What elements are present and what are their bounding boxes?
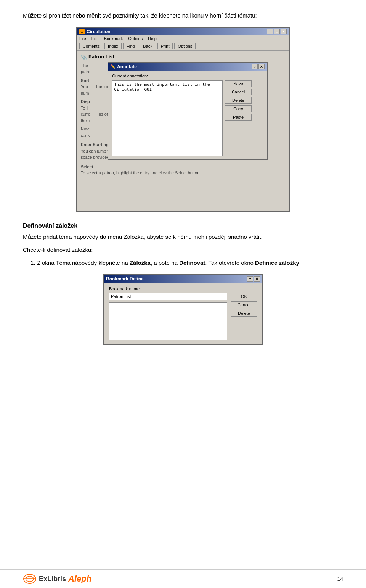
annotate-body: Current annotation: This is the most imp… [108, 71, 267, 159]
bm-ok-button[interactable]: OK [231, 293, 257, 300]
cancel-button[interactable]: Cancel [225, 89, 252, 95]
bookmark-section-paragraph: Můžete přidat téma nápovědy do menu Zálo… [23, 232, 343, 242]
annotate-help-button[interactable]: ? [252, 64, 258, 69]
clip-icon: 📎 [81, 55, 87, 60]
close-button[interactable]: ✕ [281, 29, 287, 34]
bm-controls: ? ✕ [247, 276, 260, 282]
menu-file[interactable]: File [79, 36, 86, 41]
annotation-content-area: This is the most important list in the C… [112, 80, 263, 156]
window-controls: _ □ ✕ [267, 29, 287, 34]
window-body: 📎 Patron List The xxxxxxxxxx t the patrc… [77, 51, 289, 211]
annotate-controls: ? ✕ [252, 64, 265, 69]
bm-name-input[interactable] [109, 293, 227, 300]
exlibris-text: ExLibris [39, 575, 66, 583]
annotate-titlebar: ✏️ Annotate ? ✕ [108, 63, 267, 71]
menu-bar: File Edit Bookmark Options Help [77, 35, 289, 42]
annotate-dialog: ✏️ Annotate ? ✕ Current annotation: This… [108, 62, 268, 160]
annotate-titlebar-left: ✏️ Annotate [111, 64, 137, 69]
titlebar-left: ⊙ Circulation [79, 29, 111, 34]
annotate-title: Annotate [117, 64, 137, 69]
paste-button[interactable]: Paste [225, 114, 252, 121]
bm-content-area: OK Cancel Delete [109, 293, 257, 340]
toolbar: Contents Index Find Back Print Options [77, 42, 289, 51]
aleph-text: Aleph [68, 574, 92, 584]
bm-name-label: Bookmark name: [109, 287, 257, 291]
annotation-label: Current annotation: [112, 74, 263, 78]
circulation-titlebar: ⊙ Circulation _ □ ✕ [77, 28, 289, 35]
btn-print[interactable]: Print [157, 43, 173, 49]
bm-list[interactable] [109, 302, 227, 340]
page-number: 14 [337, 576, 343, 582]
circulation-screenshot: ⊙ Circulation _ □ ✕ File Edit Bookmark O… [23, 27, 343, 212]
maximize-button[interactable]: □ [274, 29, 280, 34]
bm-close-button[interactable]: ✕ [254, 276, 260, 282]
btn-back[interactable]: Back [140, 43, 156, 49]
page-footer: ExLibris Aleph 14 [0, 569, 366, 588]
patron-list-title: Patron List [88, 54, 114, 60]
annotation-textarea[interactable]: This is the most important list in the C… [112, 80, 223, 156]
btn-find[interactable]: Find [123, 43, 138, 49]
bm-delete-button[interactable]: Delete [231, 310, 257, 317]
btn-contents[interactable]: Contents [79, 43, 103, 49]
window-icon: ⊙ [79, 29, 85, 34]
menu-help[interactable]: Help [148, 36, 157, 41]
bm-cancel-button[interactable]: Cancel [231, 301, 257, 308]
annotate-close-button[interactable]: ✕ [258, 64, 265, 69]
annotate-icon: ✏️ [111, 64, 115, 69]
bookmark-define-screenshot: Bookmark Define ? ✕ Bookmark name: OK [23, 274, 343, 345]
minimize-button[interactable]: _ [267, 29, 273, 34]
btn-index[interactable]: Index [104, 43, 122, 49]
bm-body: Bookmark name: OK Cancel Delete [104, 283, 262, 344]
bm-help-button[interactable]: ? [247, 276, 253, 282]
bm-action-buttons: OK Cancel Delete [231, 293, 257, 317]
bm-left-panel [109, 293, 227, 340]
bm-title: Bookmark Define [106, 276, 144, 282]
exlibris-logo-icon [23, 574, 37, 584]
copy-button[interactable]: Copy [225, 105, 252, 112]
select-section: Select To select a patron, highlight the… [81, 164, 285, 176]
step-1: 1. Z okna Téma nápovědy klepněte na Zálo… [23, 258, 343, 267]
menu-options[interactable]: Options [128, 36, 143, 41]
bookmark-section-heading: Definování záložek [23, 222, 343, 229]
menu-edit[interactable]: Edit [92, 36, 99, 41]
delete-button[interactable]: Delete [225, 97, 252, 104]
menu-bookmark[interactable]: Bookmark [104, 36, 123, 41]
btn-options[interactable]: Options [174, 43, 196, 49]
intro-paragraph: Můžete si prohlížet nebo měnit své pozná… [23, 11, 343, 20]
footer-logo: ExLibris Aleph [23, 574, 92, 584]
window-title: Circulation [87, 29, 111, 34]
bm-titlebar-left: Bookmark Define [106, 276, 144, 282]
bm-titlebar: Bookmark Define ? ✕ [104, 275, 262, 283]
annotation-buttons: Save Cancel Delete Copy Paste [225, 80, 252, 121]
save-button[interactable]: Save [225, 80, 252, 87]
bookmark-define-intro: Chcete-li definovat záložku: [23, 245, 343, 255]
bookmark-define-dialog: Bookmark Define ? ✕ Bookmark name: OK [103, 274, 263, 345]
circulation-window: ⊙ Circulation _ □ ✕ File Edit Bookmark O… [76, 27, 290, 212]
